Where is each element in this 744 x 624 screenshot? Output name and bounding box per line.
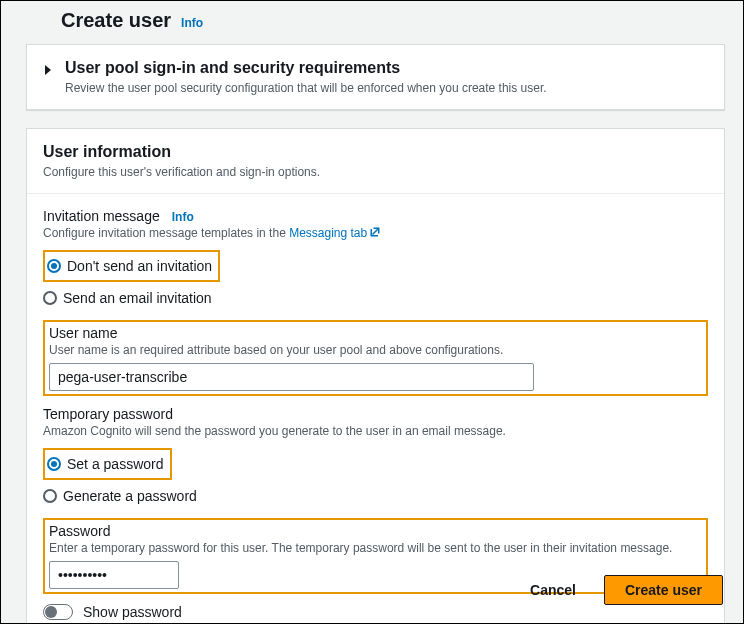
radio-icon	[47, 457, 61, 471]
page-title-row: Create user Info	[61, 9, 725, 32]
temp-password-desc: Amazon Cognito will send the password yo…	[43, 424, 708, 438]
security-requirements-panel[interactable]: User pool sign-in and security requireme…	[26, 44, 725, 110]
user-information-panel: User information Configure this user's v…	[26, 128, 725, 624]
invitation-desc: Configure invitation message templates i…	[43, 226, 708, 240]
username-desc: User name is an required attribute based…	[49, 343, 702, 357]
external-link-icon	[369, 226, 381, 238]
radio-icon	[47, 259, 61, 273]
security-panel-desc: Review the user pool security configurat…	[65, 81, 547, 95]
cancel-button[interactable]: Cancel	[514, 576, 592, 604]
page-title: Create user	[61, 9, 171, 32]
username-highlight: User name User name is an required attri…	[43, 320, 708, 396]
invitation-field: Invitation message Info Configure invita…	[43, 208, 708, 306]
radio-send-email-invitation[interactable]: Send an email invitation	[43, 290, 708, 306]
user-info-title: User information	[43, 143, 708, 161]
temp-password-label: Temporary password	[43, 406, 708, 422]
toggle-icon	[43, 604, 73, 620]
show-password-toggle-row[interactable]: Show password	[43, 604, 708, 620]
radio-dont-send-invitation[interactable]: Don't send an invitation	[47, 258, 212, 274]
radio-icon	[43, 489, 57, 503]
radio-generate-password[interactable]: Generate a password	[43, 488, 708, 504]
security-panel-title: User pool sign-in and security requireme…	[65, 59, 547, 77]
info-link[interactable]: Info	[181, 16, 203, 30]
radio-label: Send an email invitation	[63, 290, 212, 306]
create-user-button[interactable]: Create user	[604, 575, 723, 605]
user-info-desc: Configure this user's verification and s…	[43, 165, 708, 179]
radio-label: Set a password	[67, 456, 164, 472]
radio-label: Don't send an invitation	[67, 258, 212, 274]
temp-password-field: Temporary password Amazon Cognito will s…	[43, 406, 708, 504]
password-desc: Enter a temporary password for this user…	[49, 541, 702, 555]
radio-label: Generate a password	[63, 488, 197, 504]
radio-icon	[43, 291, 57, 305]
invitation-info-link[interactable]: Info	[172, 210, 194, 224]
username-input[interactable]	[49, 363, 534, 391]
invitation-desc-prefix: Configure invitation message templates i…	[43, 226, 289, 240]
messaging-tab-link[interactable]: Messaging tab	[289, 226, 381, 240]
password-input[interactable]	[49, 561, 179, 589]
footer-buttons: Cancel Create user	[514, 575, 723, 605]
caret-right-icon	[43, 62, 57, 76]
show-password-label: Show password	[83, 604, 182, 620]
username-label: User name	[49, 325, 702, 341]
password-label: Password	[49, 523, 702, 539]
radio-set-password[interactable]: Set a password	[47, 456, 164, 472]
invitation-label: Invitation message	[43, 208, 160, 224]
